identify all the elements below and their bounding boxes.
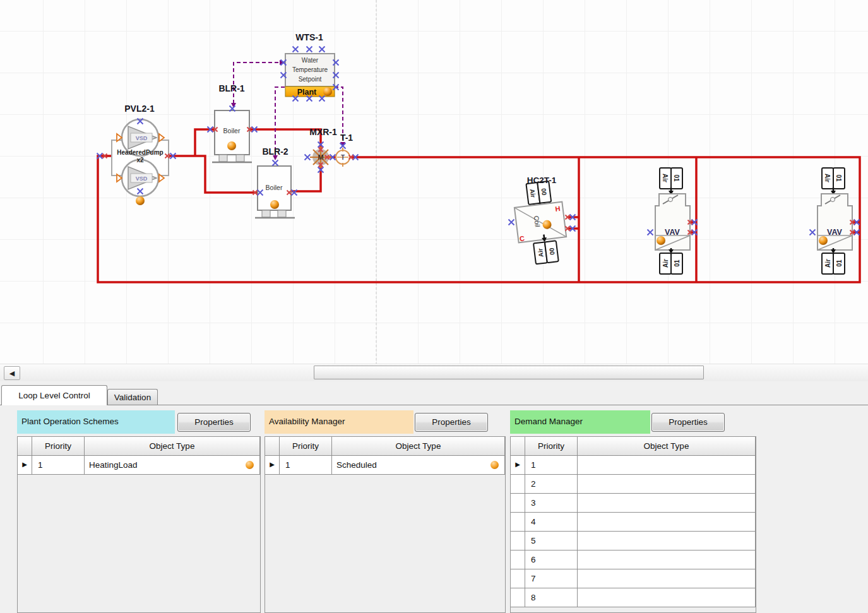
priority-cell[interactable]: 7 bbox=[525, 569, 578, 588]
bottom-panel-tabbar: Loop Level Control Validation bbox=[0, 381, 868, 405]
status-ball[interactable] bbox=[136, 196, 145, 205]
current-row-arrow-icon: ▶ bbox=[22, 456, 27, 473]
object-type-cell[interactable] bbox=[578, 588, 756, 607]
table-row[interactable]: 5 bbox=[511, 532, 756, 551]
status-ball[interactable] bbox=[270, 200, 279, 209]
row-selector-header bbox=[511, 437, 525, 456]
sensor-letter: T bbox=[341, 154, 345, 161]
hot-water-pipes bbox=[98, 129, 860, 282]
availability-manager-table[interactable]: Priority Object Type ▶ 1 Scheduled bbox=[265, 436, 506, 613]
setpoint-manager-wts-1[interactable]: Water Temperature Setpoint Plant WTS-1 bbox=[285, 32, 335, 97]
availability-manager-properties-button[interactable]: Properties bbox=[415, 413, 488, 432]
pump-pvl2-1[interactable]: VSD VSD HeaderedPump x2 PVL2-1 bbox=[112, 104, 169, 205]
priority-cell[interactable]: 2 bbox=[525, 475, 578, 494]
object-type-cell[interactable] bbox=[578, 513, 756, 532]
air-connector-label: Air bbox=[529, 189, 537, 198]
row-selector-cell[interactable]: ▶ bbox=[511, 456, 525, 475]
row-selector-cell[interactable]: ▶ bbox=[18, 456, 32, 475]
plant-loop-canvas[interactable]: VSD VSD HeaderedPump x2 PVL2-1 Boiler bbox=[0, 0, 868, 364]
node-x-marker bbox=[509, 220, 514, 225]
node-x-marker bbox=[293, 47, 299, 52]
object-type-cell[interactable] bbox=[578, 569, 756, 588]
coil-id-label: HC2T-1 bbox=[527, 176, 557, 185]
air-connector-label: Air bbox=[824, 174, 831, 182]
priority-column-header[interactable]: Priority bbox=[280, 437, 332, 456]
object-type-cell[interactable] bbox=[578, 475, 756, 494]
priority-column-header[interactable]: Priority bbox=[525, 437, 578, 456]
vav-terminal-2[interactable]: Air 01 VAV Air 01 bbox=[817, 168, 852, 274]
vav-terminal-1[interactable]: Air 01 VAV Air 01 bbox=[655, 168, 690, 274]
scroll-left-button[interactable]: ◀ bbox=[4, 366, 20, 380]
object-type-cell[interactable] bbox=[578, 551, 756, 569]
priority-cell[interactable]: 1 bbox=[525, 456, 578, 475]
status-ball[interactable] bbox=[657, 236, 665, 245]
table-row[interactable]: 2 bbox=[511, 475, 756, 494]
object-type-cell[interactable] bbox=[578, 532, 756, 551]
status-ball[interactable] bbox=[819, 236, 828, 245]
table-row[interactable]: 8 bbox=[511, 588, 756, 607]
pump-count-label: x2 bbox=[136, 157, 144, 164]
row-selector-cell[interactable] bbox=[511, 588, 525, 607]
table-row[interactable]: ▶ 1 bbox=[511, 456, 756, 475]
object-type-cell[interactable] bbox=[578, 494, 756, 513]
row-selector-cell[interactable] bbox=[511, 551, 525, 569]
object-type-cell[interactable]: Scheduled bbox=[332, 456, 505, 475]
coil-hot-port-label: H bbox=[555, 205, 561, 213]
plant-operation-schemes-header: Plant Operation Schemes bbox=[17, 410, 175, 434]
row-selector-cell[interactable] bbox=[511, 569, 525, 588]
table-row[interactable]: 7 bbox=[511, 569, 756, 588]
mixer-id-label: MXR-1 bbox=[309, 127, 337, 137]
table-row[interactable]: 6 bbox=[511, 551, 756, 569]
row-selector-cell[interactable] bbox=[511, 475, 525, 494]
air-connector-num: 01 bbox=[836, 259, 843, 267]
object-type-column-header[interactable]: Object Type bbox=[332, 437, 505, 456]
object-type-cell[interactable] bbox=[578, 456, 756, 475]
coil-cold-port-label: C bbox=[519, 234, 525, 242]
priority-cell[interactable]: 1 bbox=[280, 456, 332, 475]
object-type-column-header[interactable]: Object Type bbox=[85, 437, 260, 456]
temp-sensor-t-1[interactable]: T T-1 bbox=[336, 133, 353, 167]
row-selector-cell[interactable] bbox=[511, 494, 525, 513]
tab-validation[interactable]: Validation bbox=[107, 389, 158, 405]
object-type-value: HeatingLoad bbox=[89, 460, 138, 470]
status-ball[interactable] bbox=[323, 87, 332, 96]
node-x-marker bbox=[305, 155, 311, 160]
scrollbar-thumb[interactable] bbox=[314, 366, 704, 379]
priority-column-header[interactable]: Priority bbox=[32, 437, 85, 456]
tab-loop-level-control[interactable]: Loop Level Control bbox=[1, 385, 107, 405]
air-connector-label: Air bbox=[662, 259, 669, 268]
table-row[interactable]: 4 bbox=[511, 513, 756, 532]
demand-manager-table[interactable]: Priority Object Type ▶ 1 2 3 4 bbox=[510, 436, 756, 613]
object-type-column-header[interactable]: Object Type bbox=[578, 437, 756, 456]
table-row[interactable]: ▶ 1 Scheduled bbox=[265, 456, 505, 475]
priority-cell[interactable]: 8 bbox=[525, 588, 578, 607]
loop-level-control-panel: Plant Operation Schemes Properties Prior… bbox=[0, 405, 868, 613]
status-ball[interactable] bbox=[246, 461, 254, 469]
plant-operation-schemes-properties-button[interactable]: Properties bbox=[177, 413, 251, 432]
vav-label: VAV bbox=[827, 228, 843, 237]
row-selector-cell[interactable] bbox=[511, 532, 525, 551]
priority-cell[interactable]: 1 bbox=[32, 456, 85, 475]
table-header-row: Priority Object Type bbox=[18, 437, 260, 456]
table-row[interactable]: ▶ 1 HeatingLoad bbox=[18, 456, 260, 475]
priority-cell[interactable]: 4 bbox=[525, 513, 578, 532]
status-ball[interactable] bbox=[490, 461, 499, 469]
row-selector-cell[interactable] bbox=[511, 513, 525, 532]
plant-operation-schemes-table[interactable]: Priority Object Type ▶ 1 HeatingLoad bbox=[17, 436, 261, 613]
table-row[interactable]: 3 bbox=[511, 494, 756, 513]
wts-plant-badge: Plant bbox=[297, 88, 317, 97]
boiler1-id-label: BLR-1 bbox=[218, 83, 244, 93]
heating-coil-hc2t-1[interactable]: Air 00 Coil H C Air 00 bbox=[512, 180, 569, 266]
wts-line1: Water bbox=[302, 57, 319, 64]
pump-name-label: HeaderedPump bbox=[117, 149, 163, 156]
mixer-letter: M bbox=[318, 153, 323, 161]
priority-cell[interactable]: 3 bbox=[525, 494, 578, 513]
priority-cell[interactable]: 6 bbox=[525, 551, 578, 569]
row-selector-cell[interactable]: ▶ bbox=[265, 456, 280, 475]
priority-cell[interactable]: 5 bbox=[525, 532, 578, 551]
boiler-blr-1[interactable]: Boiler BLR-1 bbox=[212, 83, 252, 162]
status-ball[interactable] bbox=[227, 141, 236, 150]
canvas-horizontal-scrollbar[interactable]: ◀ bbox=[0, 364, 868, 381]
object-type-cell[interactable]: HeatingLoad bbox=[85, 456, 260, 475]
demand-manager-properties-button[interactable]: Properties bbox=[651, 413, 725, 432]
